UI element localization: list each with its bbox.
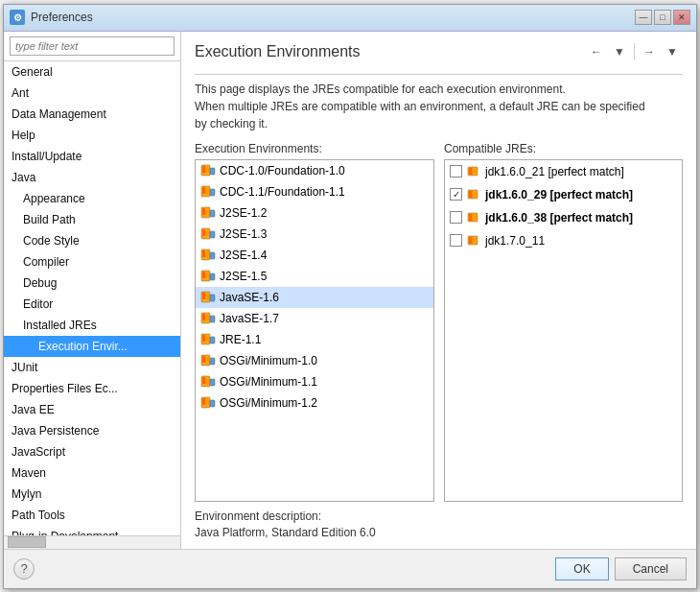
jre-icon — [466, 233, 481, 249]
svg-rect-3 — [210, 168, 215, 175]
toolbar-icons: ← ▼ → ▼ — [586, 41, 683, 62]
forward-button[interactable]: → — [639, 41, 660, 62]
list-item[interactable]: J2SE-1.4 — [196, 245, 433, 266]
svg-rect-14 — [205, 230, 209, 236]
env-item-label: JRE-1.1 — [220, 331, 261, 348]
tree-item[interactable]: Properties Files Ec... — [4, 378, 180, 399]
svg-rect-47 — [210, 400, 215, 407]
tree-item[interactable]: Debug — [4, 272, 180, 294]
tree-item[interactable]: Ant — [4, 83, 180, 104]
tree-item[interactable]: Compiler — [4, 251, 180, 272]
tree-item[interactable]: Help — [4, 125, 180, 146]
tree-item[interactable]: Install/Update — [4, 146, 180, 167]
svg-rect-21 — [202, 272, 205, 278]
filter-input[interactable] — [10, 36, 175, 56]
list-item[interactable]: jdk1.7.0_11 — [445, 229, 682, 252]
list-item[interactable]: JRE-1.1 — [196, 329, 433, 350]
maximize-button[interactable]: □ — [654, 10, 671, 25]
svg-rect-27 — [210, 295, 215, 301]
tree-item[interactable]: Maven — [4, 462, 180, 484]
list-item[interactable]: jdk1.6.0_21 [perfect match] — [445, 160, 682, 183]
list-item[interactable]: jdk1.6.0_38 [perfect match] — [445, 206, 682, 229]
env-item-label: J2SE-1.5 — [220, 268, 267, 285]
back-button[interactable]: ← — [586, 41, 607, 62]
jre-checkbox[interactable] — [450, 234, 462, 247]
tree-item[interactable]: Code Style — [4, 230, 180, 251]
tree-item[interactable]: Path Tools — [4, 505, 180, 526]
env-item-label: CDC-1.0/Foundation-1.0 — [220, 162, 345, 179]
list-item[interactable]: JavaSE-1.6 — [196, 287, 433, 308]
close-button[interactable]: ✕ — [673, 10, 690, 25]
jre-icon — [466, 187, 481, 202]
list-item[interactable]: OSGi/Minimum-1.2 — [196, 392, 433, 414]
window-icon: ⚙ — [10, 10, 25, 25]
env-list[interactable]: CDC-1.0/Foundation-1.0CDC-1.1/Foundation… — [195, 159, 434, 502]
jres-column: Compatible JREs: jdk1.6.0_21 [perfect ma… — [444, 142, 683, 502]
ok-button[interactable]: OK — [555, 557, 608, 580]
svg-rect-59 — [472, 238, 477, 243]
svg-rect-1 — [202, 166, 205, 173]
svg-rect-42 — [205, 378, 209, 384]
right-header: Execution Environments ← ▼ → ▼ — [195, 41, 683, 62]
tree-item[interactable]: General — [4, 61, 180, 83]
svg-rect-11 — [210, 210, 215, 217]
svg-rect-18 — [205, 251, 209, 257]
titlebar-buttons: — □ ✕ — [635, 10, 690, 25]
list-item[interactable]: CDC-1.0/Foundation-1.0 — [196, 160, 433, 181]
list-item[interactable]: ✓jdk1.6.0_29 [perfect match] — [445, 183, 682, 206]
jre-checkbox[interactable]: ✓ — [450, 188, 462, 201]
list-item[interactable]: OSGi/Minimum-1.1 — [196, 371, 433, 392]
list-item[interactable]: J2SE-1.2 — [196, 202, 433, 224]
tree-item[interactable]: Appearance — [4, 188, 180, 209]
back-dropdown-button[interactable]: ▼ — [609, 41, 630, 62]
list-item[interactable]: J2SE-1.3 — [196, 224, 433, 245]
list-item[interactable]: OSGi/Minimum-1.0 — [196, 350, 433, 371]
tree-item[interactable]: Java EE — [4, 399, 180, 420]
list-item[interactable]: JavaSE-1.7 — [196, 308, 433, 329]
tree-item[interactable]: Editor — [4, 294, 180, 315]
dialog-buttons: OK Cancel — [555, 557, 687, 580]
env-icon — [200, 311, 216, 326]
two-columns: Execution Environments: CDC-1.0/Foundati… — [195, 142, 683, 502]
svg-rect-56 — [472, 215, 477, 220]
env-icon — [200, 163, 216, 178]
toolbar-divider — [634, 43, 635, 60]
tree-item[interactable]: Data Management — [4, 104, 180, 125]
jre-checkbox[interactable] — [450, 165, 462, 178]
env-icon — [200, 269, 216, 284]
tree-item[interactable]: Execution Envir... — [4, 336, 180, 357]
description-text: This page displays the JREs compatible f… — [195, 81, 683, 132]
help-button[interactable]: ? — [13, 558, 35, 580]
env-icon — [200, 290, 216, 305]
forward-dropdown-button[interactable]: ▼ — [662, 41, 683, 62]
svg-rect-7 — [210, 189, 215, 196]
tree-item[interactable]: Installed JREs — [4, 315, 180, 336]
scrollbar-thumb[interactable] — [8, 536, 46, 548]
svg-rect-10 — [205, 209, 209, 215]
tree-item[interactable]: JUnit — [4, 357, 180, 378]
tree-item[interactable]: Build Path — [4, 209, 180, 230]
list-item[interactable]: CDC-1.1/Foundation-1.1 — [196, 181, 433, 202]
tree-item[interactable]: Mylyn — [4, 484, 180, 505]
tree-item[interactable]: JavaScript — [4, 441, 180, 462]
jre-item-label: jdk1.6.0_29 [perfect match] — [485, 185, 633, 204]
svg-rect-46 — [205, 399, 209, 405]
left-panel: GeneralAntData ManagementHelpInstall/Upd… — [4, 32, 181, 549]
svg-rect-38 — [205, 357, 209, 363]
svg-rect-43 — [210, 379, 215, 386]
svg-rect-17 — [202, 250, 205, 257]
jres-list[interactable]: jdk1.6.0_21 [perfect match]✓jdk1.6.0_29 … — [444, 159, 683, 502]
list-item[interactable]: J2SE-1.5 — [196, 266, 433, 287]
titlebar: ⚙ Preferences — □ ✕ — [4, 5, 696, 32]
svg-rect-19 — [210, 252, 215, 259]
minimize-button[interactable]: — — [635, 10, 652, 25]
tree-item[interactable]: Java Persistence — [4, 420, 180, 441]
tree-item[interactable]: Java — [4, 167, 180, 188]
jre-item-label: jdk1.7.0_11 — [485, 231, 545, 250]
tree-item[interactable]: Plug-in Development — [4, 526, 180, 535]
env-item-label: OSGi/Minimum-1.1 — [220, 373, 317, 391]
horizontal-scrollbar[interactable] — [4, 535, 180, 549]
jre-checkbox[interactable] — [450, 211, 462, 224]
header-separator — [195, 74, 683, 75]
cancel-button[interactable]: Cancel — [615, 557, 687, 580]
